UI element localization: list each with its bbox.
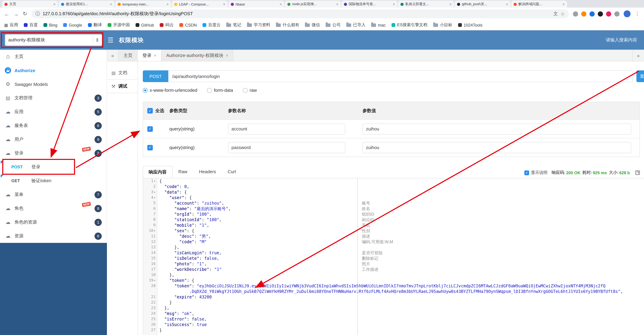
response-tab[interactable]: Headers [193, 166, 222, 178]
tabs-collapse-icon[interactable]: « [107, 50, 119, 61]
sidebar-item[interactable]: POST 登录 NEW [0, 160, 106, 174]
view-tab[interactable]: 文档 [107, 66, 138, 79]
browser-tab[interactable]: hbase × [228, 1, 284, 8]
extension-icon[interactable] [598, 11, 603, 16]
bookmark[interactable]: 码云 [160, 22, 174, 28]
extension-icon[interactable] [590, 11, 595, 16]
sidebar-item[interactable]: 主页 NEW [0, 50, 106, 64]
tab-close-icon[interactable]: × [393, 2, 395, 6]
sidebar-item[interactable]: 角色 NEW 8 [0, 202, 106, 215]
browser-tab[interactable]: temporary-inter... × [115, 1, 171, 8]
response-tab[interactable]: Curl [222, 166, 242, 178]
bookmark[interactable]: 已导入 [346, 22, 366, 28]
bookmark-star-icon[interactable]: ☆ [561, 11, 565, 16]
bookmark[interactable]: 百度 [24, 22, 38, 28]
bookmark[interactable]: 小目标 [433, 22, 452, 28]
content-type-radio[interactable]: raw [243, 88, 257, 93]
sidebar-item[interactable]: GET 验证token NEW [0, 174, 106, 188]
bookmark[interactable]: CSDN [180, 22, 197, 28]
doc-tab[interactable]: 登录 × [138, 50, 162, 61]
param-value-input[interactable] [362, 123, 631, 134]
param-name-input[interactable] [228, 123, 345, 134]
sidebar-item[interactable]: 角色的资源 NEW 1 [0, 215, 106, 229]
tab-close-icon[interactable]: × [53, 2, 56, 6]
tab-close-icon[interactable]: × [336, 2, 338, 6]
translate-icon[interactable]: 文 [554, 11, 558, 17]
bookmark[interactable]: Google [63, 22, 82, 28]
sidebar-item[interactable]: 文档管理 NEW 3 [0, 91, 106, 105]
tab-close-icon[interactable]: × [280, 2, 282, 6]
browser-menu-icon[interactable]: ⋮ [635, 11, 640, 17]
profile-avatar[interactable] [624, 10, 630, 17]
content-type-radio[interactable]: form-data [207, 88, 233, 93]
path-input[interactable] [168, 70, 632, 82]
tab-close-icon[interactable]: × [226, 53, 228, 58]
address-bar[interactable]: ⓘ 127.0.0.1:8760/api/gate/doc.html#/auth… [31, 9, 569, 18]
param-name-input[interactable] [228, 142, 345, 153]
doc-tab[interactable]: 主页 × [119, 50, 138, 61]
bookmark[interactable]: GitHub [136, 22, 154, 28]
sidebar-item[interactable]: Swagger Models NEW [0, 77, 106, 91]
browser-tab[interactable]: 主页 × [2, 1, 58, 8]
select-all-checkbox[interactable] [147, 108, 153, 114]
page-info-icon[interactable]: ⓘ [35, 11, 40, 17]
show-desc-toggle[interactable]: 显示说明 [524, 170, 548, 176]
send-button[interactable]: 发 [636, 70, 644, 82]
param-checkbox[interactable] [147, 145, 153, 150]
param-checkbox[interactable] [147, 126, 153, 132]
tab-close-icon[interactable]: × [506, 2, 508, 6]
response-tab[interactable]: Raw [172, 166, 193, 178]
bookmark[interactable]: 翻译 [88, 22, 102, 28]
sidebar-item[interactable]: 用户 NEW 9 [0, 132, 106, 146]
bookmark[interactable]: 应用 [4, 22, 18, 28]
header-search[interactable]: 请输入搜索内容 [606, 37, 639, 43]
extension-icon[interactable] [614, 11, 620, 16]
view-tab[interactable]: 调试 [107, 79, 138, 93]
tab-close-icon[interactable]: × [166, 2, 169, 6]
browser-tab[interactable]: 建议使用IE1... × [59, 1, 114, 8]
browser-tab[interactable]: 解决跨域问题... × [511, 1, 567, 8]
param-value-input[interactable] [362, 142, 631, 153]
browser-tab[interactable]: LDAP - Compose... × [172, 1, 228, 8]
bookmark[interactable]: 笔记 [226, 22, 241, 28]
bookmark[interactable]: 开源中国 [108, 22, 130, 28]
bookmark[interactable]: 学习资料 [247, 22, 270, 28]
sidebar-item[interactable]: 服务表 NEW 6 [0, 119, 106, 132]
bookmark[interactable]: 什么都有 [276, 22, 299, 28]
back-icon[interactable]: ← [4, 11, 9, 17]
expand-icon[interactable] [636, 170, 640, 175]
bookmark[interactable]: mac [371, 22, 386, 28]
bookmark[interactable]: 1024Tools [458, 22, 482, 28]
extension-icon[interactable] [581, 11, 586, 16]
response-tab[interactable]: 响应内容 [143, 166, 172, 178]
forward-icon[interactable]: → [14, 11, 19, 17]
show-desc-checkbox[interactable] [524, 170, 529, 175]
browser-tab[interactable]: 私有云部署文... × [398, 1, 454, 8]
menu-icon[interactable]: ☰ [108, 36, 114, 44]
browser-tab[interactable]: github_push灵... × [455, 1, 510, 8]
sidebar-item[interactable]: 菜单 NEW 7 [0, 188, 106, 202]
tab-close-icon[interactable]: × [110, 2, 112, 6]
bookmark[interactable]: Bing [44, 22, 58, 28]
sidebar-item[interactable]: 应用 NEW 5 [0, 105, 106, 119]
response-body[interactable]: 1▾{2 "code": 0,3▾ "data": {4▾ "user": {5… [143, 178, 644, 335]
tab-close-icon[interactable]: × [449, 2, 452, 6]
bookmark[interactable]: ES搜索引擎文档 [392, 22, 428, 28]
reload-icon[interactable]: ↻ [23, 11, 27, 17]
browser-tab[interactable]: 国际物流单号查... × [342, 1, 397, 8]
tabs-forward-icon[interactable]: » [632, 50, 644, 61]
bookmark[interactable]: 微信 [305, 22, 320, 28]
sidebar-item[interactable]: 登录 NEW 2 [0, 146, 106, 160]
sidebar-item[interactable]: 资源 NEW 6 [0, 229, 106, 243]
module-select[interactable]: authority-权限模块 [5, 34, 102, 46]
tab-close-icon[interactable]: × [154, 53, 156, 58]
bookmark[interactable]: 百度云 [203, 22, 220, 28]
content-type-radio[interactable]: x-www-form-urlencoded [143, 88, 197, 93]
sidebar-item[interactable]: Authorize NEW [0, 64, 106, 77]
extension-icon[interactable] [606, 11, 611, 16]
tab-close-icon[interactable]: × [562, 2, 565, 6]
extension-icon[interactable] [573, 11, 578, 16]
browser-tab[interactable]: node.js实现增... × [285, 1, 341, 8]
doc-tab[interactable]: Authorize-authority-权限模块 × [162, 50, 233, 61]
bookmark[interactable]: 公司 [326, 22, 341, 28]
